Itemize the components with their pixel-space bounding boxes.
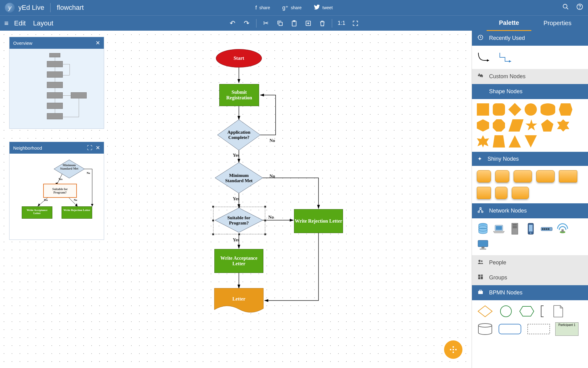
hamburger-menu[interactable]: ≡ — [4, 19, 9, 28]
briefcase-icon — [477, 289, 484, 297]
recent-edge-ortho[interactable] — [498, 51, 514, 63]
svg-rect-4 — [279, 22, 282, 25]
node-letter[interactable]: Letter — [227, 294, 251, 304]
selection-box — [213, 207, 265, 234]
svg-point-53 — [530, 232, 531, 234]
shape-trapezoid[interactable] — [493, 135, 505, 148]
section-shape-nodes[interactable]: Shape Nodes — [472, 84, 588, 99]
twitter-icon — [314, 5, 320, 11]
network-wifi[interactable] — [556, 223, 569, 235]
section-network-nodes[interactable]: Network Nodes — [472, 203, 588, 218]
svg-rect-75 — [499, 324, 521, 334]
shiny-4[interactable] — [536, 170, 555, 182]
undo-button[interactable]: ↶ — [225, 16, 239, 30]
network-database[interactable] — [477, 223, 489, 235]
bpmn-participant[interactable]: Participant 1 — [555, 322, 579, 336]
bpmn-task[interactable] — [498, 322, 522, 336]
shiny-2[interactable] — [495, 170, 509, 182]
node-acceptance[interactable]: Write Acceptance Letter — [214, 249, 263, 273]
shape-rounded[interactable] — [493, 103, 505, 116]
shiny-6[interactable] — [477, 187, 491, 199]
app-logo[interactable]: y — [5, 3, 15, 13]
copy-button[interactable] — [273, 16, 287, 30]
share-label: share — [291, 5, 302, 10]
shape-parallelogram[interactable] — [509, 119, 524, 132]
node-rejection[interactable]: Write Rejection Letter — [294, 209, 343, 233]
share-facebook[interactable]: f share — [255, 5, 270, 11]
shiny-1[interactable] — [477, 170, 491, 182]
section-shiny-nodes[interactable]: ✦ Shiny Nodes — [472, 152, 588, 166]
node-app-complete[interactable]: Application Complete? — [221, 126, 257, 144]
shape-square[interactable] — [477, 103, 489, 116]
shape-octagon[interactable] — [493, 119, 505, 132]
shape-hexagon-h[interactable] — [559, 103, 572, 116]
network-server[interactable] — [509, 223, 521, 235]
bpmn-group[interactable] — [526, 322, 551, 336]
zoom-reset-button[interactable]: 1:1 — [334, 16, 348, 30]
help-icon[interactable] — [576, 3, 583, 12]
network-switch[interactable] — [541, 223, 553, 235]
delete-button[interactable] — [315, 16, 329, 30]
share-google-plus[interactable]: g⁺ share — [282, 4, 302, 11]
bpmn-gateway[interactable] — [477, 305, 493, 318]
shape-triangle-down[interactable] — [525, 135, 537, 148]
extension-icon — [477, 73, 484, 80]
svg-rect-58 — [548, 228, 549, 230]
paste-button[interactable] — [287, 16, 301, 30]
share-twitter[interactable]: tweet — [314, 5, 333, 11]
svg-rect-69 — [478, 277, 481, 279]
node-min-standard[interactable]: Minimum Standard Met — [221, 169, 257, 187]
network-monitor[interactable] — [477, 239, 489, 251]
shape-circle[interactable] — [525, 103, 537, 116]
svg-point-3 — [580, 8, 580, 9]
shiny-8[interactable] — [512, 187, 529, 199]
svg-rect-32 — [453, 349, 454, 350]
svg-rect-63 — [480, 248, 486, 250]
tab-properties[interactable]: Properties — [531, 16, 584, 31]
section-recently-used[interactable]: Recently Used — [472, 31, 588, 46]
shape-star6[interactable] — [477, 135, 489, 148]
bpmn-document[interactable] — [550, 305, 566, 318]
bpmn-event[interactable] — [498, 305, 514, 318]
recent-edge-curved[interactable] — [477, 51, 492, 63]
document-title[interactable]: flowchart — [57, 4, 84, 12]
search-icon[interactable] — [562, 3, 569, 12]
shiny-3[interactable] — [514, 170, 532, 182]
svg-line-41 — [481, 209, 482, 211]
tab-palette[interactable]: Palette — [487, 16, 531, 31]
menu-layout[interactable]: Layout — [33, 19, 53, 27]
network-laptop[interactable] — [493, 223, 505, 235]
svg-point-74 — [478, 324, 492, 327]
section-people[interactable]: People — [472, 255, 588, 270]
network-phone[interactable] — [525, 223, 537, 235]
bpmn-bracket[interactable] — [539, 305, 545, 318]
menu-edit[interactable]: Edit — [14, 19, 26, 27]
shiny-5[interactable] — [559, 170, 577, 182]
shape-pentagon[interactable] — [541, 119, 553, 132]
redo-button[interactable]: ↷ — [239, 16, 254, 30]
canvas[interactable]: Overview ✕ — [0, 31, 472, 368]
bpmn-datastore[interactable] — [477, 322, 493, 336]
node-start[interactable]: Start — [216, 49, 262, 67]
section-bpmn-nodes[interactable]: BPMN Nodes — [472, 285, 588, 300]
duplicate-button[interactable] — [301, 16, 315, 30]
shape-triangle[interactable] — [509, 135, 521, 148]
svg-rect-49 — [513, 226, 517, 227]
cut-button[interactable]: ✂ — [259, 16, 273, 30]
shape-diamond[interactable] — [508, 103, 521, 116]
shiny-7[interactable] — [495, 187, 507, 199]
section-custom-nodes[interactable]: Custom Nodes — [472, 69, 588, 84]
shape-star8[interactable] — [557, 119, 569, 132]
shape-nodes-body — [472, 99, 588, 152]
fit-screen-button[interactable] — [349, 16, 363, 30]
node-submit[interactable]: Submit Registration — [219, 84, 259, 106]
fab-button[interactable] — [444, 340, 462, 359]
bpmn-hexagon[interactable] — [518, 305, 535, 318]
section-groups[interactable]: Groups — [472, 270, 588, 285]
shape-ellipse[interactable] — [541, 103, 555, 116]
shape-star5[interactable] — [525, 119, 537, 132]
svg-line-40 — [479, 209, 481, 211]
shape-hexagon-v[interactable] — [477, 119, 489, 132]
share-label: share — [259, 5, 270, 10]
history-icon — [477, 34, 484, 42]
